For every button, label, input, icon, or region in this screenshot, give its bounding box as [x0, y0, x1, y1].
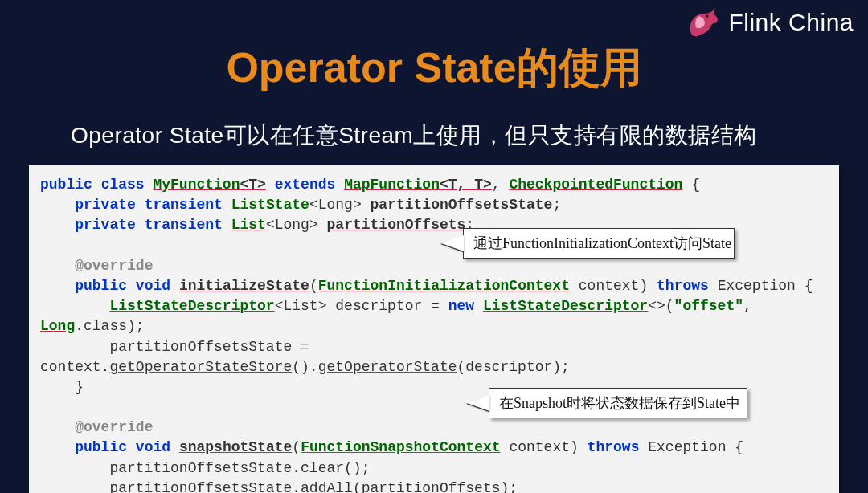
- code-block: public class MyFunction<T> extends MapFu…: [29, 165, 839, 493]
- kw-class: class: [101, 177, 145, 193]
- kw-transient: transient: [145, 197, 223, 213]
- var-pos: partitionOffsetsState: [371, 197, 553, 213]
- var-po: partitionOffsets: [327, 217, 466, 233]
- p-context: context: [579, 278, 640, 294]
- str-offset: "offset": [674, 298, 743, 314]
- override2: @override: [75, 419, 153, 435]
- v-desc: descriptor: [335, 298, 422, 314]
- kw-transient2: transient: [145, 217, 223, 233]
- cls-exception: Exception: [718, 278, 796, 294]
- override1: @override: [75, 258, 153, 274]
- line-addall-pre: partitionOffsetsState.: [40, 480, 301, 493]
- m-snapshot: snapshotState: [179, 439, 292, 455]
- m-addall: addAll: [301, 480, 353, 493]
- cls-list: List: [231, 217, 266, 233]
- cls-liststate: ListState: [231, 197, 309, 213]
- line-ctx: context.: [40, 359, 109, 375]
- kw-private2: private: [75, 217, 136, 233]
- svg-point-0: [706, 15, 709, 18]
- callout-tail-icon: [467, 395, 489, 411]
- kw-void2: void: [136, 439, 170, 455]
- cls-myfunction: MyFunction: [153, 177, 240, 193]
- cls-exception2: Exception: [648, 439, 726, 455]
- flink-squirrel-icon: [685, 5, 720, 40]
- kw-new: new: [448, 298, 474, 314]
- dotclass: .class);: [75, 318, 144, 334]
- callout-snapshot: 在Snapshot时将状态数据保存到State中: [489, 388, 747, 418]
- gen-tt: <T, T>: [440, 177, 492, 193]
- kw-extends: extends: [275, 177, 336, 193]
- kw-public2: public: [75, 278, 127, 294]
- kw-public3: public: [75, 439, 127, 455]
- brand-name: Flink China: [728, 9, 854, 36]
- cls-fic: FunctionInitializationContext: [318, 278, 570, 294]
- callout-text-1: 通过FunctionInitializationContext访问State: [473, 235, 731, 251]
- kw-throws: throws: [657, 278, 709, 294]
- callout-tail-icon: [441, 235, 464, 251]
- cls-lsd2: ListStateDescriptor: [483, 298, 648, 314]
- m-init: initializeState: [179, 278, 309, 294]
- tail-desc: (descriptor);: [457, 359, 570, 375]
- kw-private: private: [75, 197, 136, 213]
- gen-t: <T>: [240, 177, 265, 193]
- line-assign: partitionOffsetsState =: [40, 339, 309, 355]
- cls-long: Long: [40, 318, 75, 334]
- cls-checkpointedfunction: CheckpointedFunction: [509, 177, 682, 193]
- gen-long2: <Long>: [266, 217, 318, 233]
- m-gos: getOperatorState: [318, 359, 457, 375]
- kw-throws2: throws: [588, 439, 640, 455]
- line-addall-post: (partitionOffsets);: [353, 480, 518, 493]
- cls-lsd: ListStateDescriptor: [109, 298, 274, 314]
- m-goss: getOperatorStateStore: [109, 359, 292, 375]
- callout-init-state: 通过FunctionInitializationContext访问State: [463, 228, 735, 259]
- kw-void: void: [136, 278, 170, 294]
- cls-mapfunction: MapFunction: [344, 177, 440, 193]
- callout-text-2: 在Snapshot时将状态数据保存到State中: [499, 395, 740, 411]
- brand-logo: Flink China: [685, 5, 854, 40]
- gen-list: <List>: [275, 298, 327, 314]
- line-clear: partitionOffsetsState.clear();: [40, 460, 370, 476]
- cls-fsc: FunctionSnapshotContext: [301, 439, 500, 455]
- slide-subtitle: Operator State可以在任意Stream上使用，但只支持有限的数据结构: [0, 96, 868, 165]
- gen-long: <Long>: [309, 197, 362, 213]
- p-context2: context: [509, 439, 570, 455]
- kw-public: public: [40, 177, 92, 193]
